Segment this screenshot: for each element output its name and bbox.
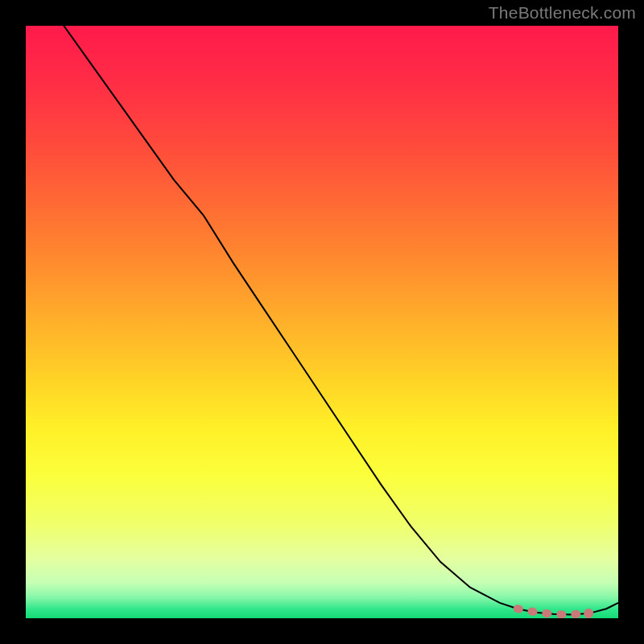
plot-svg <box>26 26 618 618</box>
end-marker-dot <box>584 609 593 618</box>
watermark-text: TheBottleneck.com <box>489 3 636 23</box>
gradient-background <box>26 26 618 618</box>
chart-frame: TheBottleneck.com <box>0 0 644 644</box>
plot-area <box>26 26 618 618</box>
